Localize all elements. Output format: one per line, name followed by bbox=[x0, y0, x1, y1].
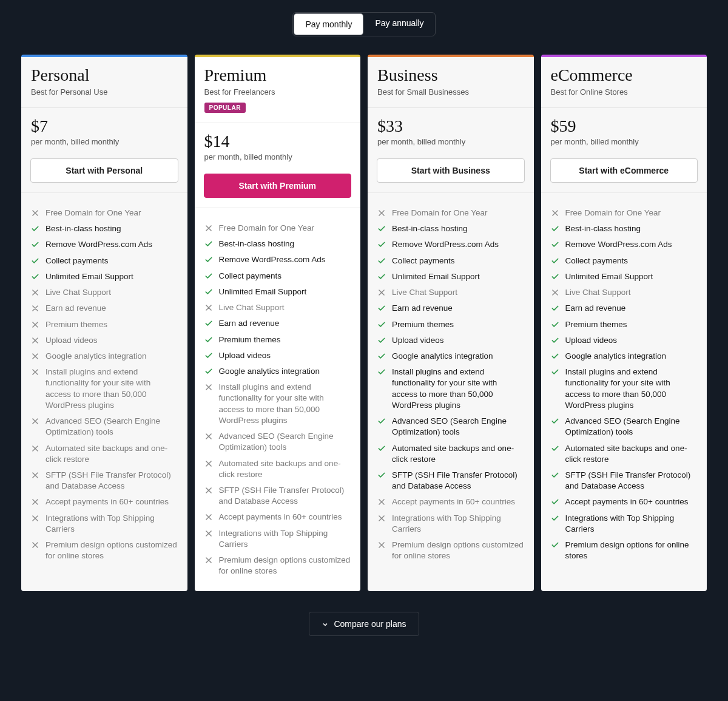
check-icon bbox=[377, 320, 386, 329]
feature-label: Google analytics integration bbox=[392, 351, 493, 362]
feature-label: Integrations with Top Shipping Carriers bbox=[565, 513, 698, 535]
feature-row: Collect payments bbox=[377, 253, 524, 269]
cross-icon bbox=[204, 529, 213, 538]
feature-label: Premium themes bbox=[392, 319, 454, 330]
feature-label: Unlimited Email Support bbox=[565, 271, 653, 282]
feature-row: Earn ad revenue bbox=[31, 300, 178, 316]
feature-label: Upload videos bbox=[219, 350, 271, 361]
feature-label: Live Chat Support bbox=[219, 302, 285, 313]
feature-label: Install plugins and extend functionality… bbox=[219, 382, 351, 426]
check-icon bbox=[377, 273, 386, 281]
check-icon bbox=[551, 368, 559, 376]
feature-label: Best-in-class hosting bbox=[46, 223, 121, 234]
cross-icon bbox=[377, 498, 386, 506]
feature-label: Integrations with Top Shipping Carriers bbox=[46, 513, 178, 535]
feature-label: SFTP (SSH File Transfer Protocol) and Da… bbox=[46, 470, 178, 492]
plan-price-sub: per month, billed monthly bbox=[31, 137, 178, 146]
feature-label: Accept payments in 60+ countries bbox=[219, 512, 342, 523]
feature-row: Google analytics integration bbox=[31, 348, 178, 364]
feature-row: Advanced SEO (Search Engine Optimization… bbox=[551, 413, 698, 440]
feature-label: Advanced SEO (Search Engine Optimization… bbox=[46, 416, 178, 438]
toggle-annually[interactable]: Pay annually bbox=[364, 13, 434, 36]
feature-row: Upload videos bbox=[204, 348, 351, 364]
check-icon bbox=[377, 336, 386, 345]
plan-subtitle: Best for Small Businesses bbox=[377, 87, 524, 97]
plan-name: eCommerce bbox=[551, 66, 698, 85]
feature-label: Best-in-class hosting bbox=[392, 223, 468, 234]
plan-price: $14 bbox=[204, 132, 351, 151]
cross-icon bbox=[31, 541, 39, 549]
feature-row: Google analytics integration bbox=[551, 348, 698, 364]
check-icon bbox=[31, 225, 39, 233]
cross-icon bbox=[31, 304, 39, 313]
feature-row: Unlimited Email Support bbox=[31, 269, 178, 285]
plan-subtitle: Best for Freelancers bbox=[204, 87, 351, 97]
feature-row: Install plugins and extend functionality… bbox=[377, 364, 524, 413]
feature-label: Automated site backups and one-click res… bbox=[219, 458, 351, 480]
feature-label: Best-in-class hosting bbox=[565, 223, 641, 234]
cross-icon bbox=[31, 352, 39, 361]
feature-row: Integrations with Top Shipping Carriers bbox=[31, 510, 178, 537]
feature-row: Live Chat Support bbox=[377, 285, 524, 300]
feature-label: Automated site backups and one-click res… bbox=[565, 443, 698, 465]
cross-icon bbox=[377, 209, 386, 217]
feature-label: Live Chat Support bbox=[46, 287, 111, 298]
feature-label: Integrations with Top Shipping Carriers bbox=[219, 528, 351, 550]
feature-label: Integrations with Top Shipping Carriers bbox=[392, 513, 524, 535]
check-icon bbox=[204, 272, 213, 280]
feature-label: Premium themes bbox=[219, 334, 281, 345]
feature-row: Advanced SEO (Search Engine Optimization… bbox=[377, 413, 524, 440]
plan-price: $59 bbox=[551, 117, 698, 136]
feature-label: Best-in-class hosting bbox=[219, 239, 295, 249]
feature-label: Premium design options customized for on… bbox=[46, 540, 178, 561]
feature-label: SFTP (SSH File Transfer Protocol) and Da… bbox=[392, 470, 524, 492]
feature-label: Remove WordPress.com Ads bbox=[46, 239, 152, 250]
check-icon bbox=[204, 240, 213, 248]
plan-price: $7 bbox=[31, 117, 178, 136]
feature-row: Live Chat Support bbox=[204, 300, 351, 316]
start-personal-button[interactable]: Start with Personal bbox=[30, 158, 178, 183]
check-icon bbox=[551, 471, 559, 479]
check-icon bbox=[551, 444, 559, 453]
cross-icon bbox=[31, 368, 39, 376]
check-icon bbox=[31, 240, 39, 249]
feature-label: Live Chat Support bbox=[392, 287, 457, 298]
check-icon bbox=[551, 320, 559, 329]
check-icon bbox=[551, 514, 559, 523]
feature-row: Free Domain for One Year bbox=[31, 205, 178, 221]
compare-plans-label: Compare our plans bbox=[334, 619, 406, 629]
feature-label: Collect payments bbox=[46, 256, 109, 266]
feature-row: Earn ad revenue bbox=[551, 300, 698, 316]
toggle-monthly[interactable]: Pay monthly bbox=[294, 14, 363, 35]
feature-label: Remove WordPress.com Ads bbox=[565, 239, 672, 250]
start-premium-button[interactable]: Start with Premium bbox=[204, 174, 352, 198]
feature-row: Accept payments in 60+ countries bbox=[377, 494, 524, 510]
plan-name: Personal bbox=[31, 66, 178, 85]
feature-row: Install plugins and extend functionality… bbox=[204, 379, 351, 428]
check-icon bbox=[204, 288, 213, 296]
feature-row: Live Chat Support bbox=[551, 285, 698, 300]
cross-icon bbox=[377, 514, 386, 523]
popular-badge: POPULAR bbox=[204, 103, 246, 113]
check-icon bbox=[551, 336, 559, 345]
feature-row: Free Domain for One Year bbox=[551, 205, 698, 221]
feature-label: Install plugins and extend functionality… bbox=[46, 367, 178, 411]
feature-row: Free Domain for One Year bbox=[204, 220, 351, 236]
plan-header: PremiumBest for FreelancersPOPULAR bbox=[195, 57, 361, 123]
feature-row: Automated site backups and one-click res… bbox=[204, 456, 351, 483]
plan-header: BusinessBest for Small Businesses bbox=[368, 57, 534, 108]
cross-icon bbox=[551, 209, 559, 217]
check-icon bbox=[204, 336, 213, 344]
check-icon bbox=[377, 368, 386, 376]
feature-row: Advanced SEO (Search Engine Optimization… bbox=[31, 413, 178, 440]
toggle-group: Pay monthly Pay annually bbox=[292, 12, 435, 36]
feature-label: SFTP (SSH File Transfer Protocol) and Da… bbox=[219, 485, 351, 507]
feature-row: Collect payments bbox=[31, 253, 178, 269]
start-business-button[interactable]: Start with Business bbox=[377, 158, 525, 183]
start-ecommerce-button[interactable]: Start with eCommerce bbox=[550, 158, 698, 183]
feature-label: Free Domain for One Year bbox=[565, 208, 661, 218]
compare-plans-button[interactable]: Compare our plans bbox=[309, 612, 419, 636]
check-icon bbox=[31, 273, 39, 281]
check-icon bbox=[551, 541, 559, 549]
feature-label: Earn ad revenue bbox=[565, 303, 626, 314]
